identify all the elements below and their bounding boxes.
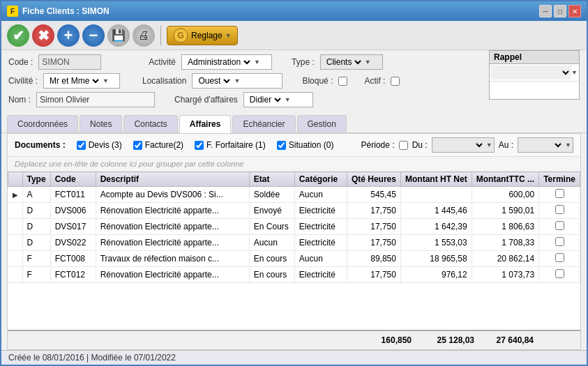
status-bar: Créée le 08/01/2016 | Modifiée le 07/01/… <box>1 350 587 365</box>
total-qte: 160,850 <box>367 333 416 347</box>
termine-checkbox[interactable] <box>555 189 564 198</box>
table-row[interactable]: F FCT012 Rénovation Electricité apparte.… <box>8 267 580 283</box>
row-arrow <box>8 203 23 219</box>
cell-termine[interactable] <box>539 187 580 203</box>
print-button[interactable]: 🖨 <box>133 24 155 47</box>
cell-termine[interactable] <box>539 219 580 235</box>
form-row-1: Code : Activité Administration ▼ Type : … <box>8 54 580 70</box>
group-hint: Déplacez une en-tête de colonne ici pour… <box>8 157 580 171</box>
code-input[interactable] <box>38 54 101 70</box>
tab-coordonnees[interactable]: Coordonnées <box>7 115 78 132</box>
col-qte[interactable]: Qté Heures <box>347 172 400 187</box>
table-container[interactable]: Type Code Descriptif Etat Catégorie Qté … <box>8 171 580 330</box>
civilite-select-wrapper[interactable]: Mr et Mme ▼ <box>43 73 120 89</box>
cell-etat: En cours <box>249 267 294 283</box>
tab-echeancier[interactable]: Echéancier <box>232 115 295 132</box>
localisation-select-wrapper[interactable]: Ouest ▼ <box>192 73 282 89</box>
cell-termine[interactable] <box>539 203 580 219</box>
cell-termine[interactable] <box>539 267 580 283</box>
remove-button[interactable]: − <box>82 24 105 47</box>
rappel-select[interactable] <box>491 66 571 79</box>
table-row[interactable]: ▶ A FCT011 Acompte au Devis DVS006 : Si.… <box>8 187 580 203</box>
col-ht-net[interactable]: Montant HT Net <box>400 172 472 187</box>
termine-checkbox[interactable] <box>555 237 564 246</box>
tab-contacts[interactable]: Contacts <box>123 115 177 132</box>
forfaitaire-checkbox[interactable] <box>195 141 204 150</box>
nom-input[interactable] <box>36 92 155 107</box>
svg-text:G: G <box>177 31 183 40</box>
activite-label: Activité <box>149 57 176 67</box>
window-title: Fiche Clients : SIMON <box>22 6 110 16</box>
du-select[interactable] <box>435 139 485 151</box>
cell-categorie: Aucun <box>294 187 347 203</box>
documents-label: Documents : <box>15 140 66 150</box>
reglage-button[interactable]: G Reglage ▼ <box>167 26 238 45</box>
col-type[interactable]: Type <box>22 172 50 187</box>
table-row[interactable]: F FCT008 Travaux de réfection maison c..… <box>8 251 580 267</box>
tab-gestion[interactable]: Gestion <box>297 115 347 132</box>
col-arrow <box>8 172 23 187</box>
table-row[interactable]: D DVS006 Rénovation Electricité apparte.… <box>8 203 580 219</box>
tab-notes[interactable]: Notes <box>80 115 122 132</box>
row-arrow <box>8 251 23 267</box>
cell-qte: 17,750 <box>347 267 400 283</box>
tab-affaires[interactable]: Affaires <box>179 115 232 133</box>
au-select[interactable] <box>521 139 564 151</box>
minimize-button[interactable]: ─ <box>539 5 552 17</box>
du-arrow-icon: ▼ <box>486 142 492 148</box>
add-button[interactable]: + <box>57 24 80 47</box>
row-arrow: ▶ <box>8 187 23 203</box>
localisation-select[interactable]: Ouest <box>195 75 232 86</box>
close-button[interactable]: ✕ <box>568 5 581 17</box>
type-select[interactable]: Clients <box>324 56 363 68</box>
devis-checkbox[interactable] <box>77 141 86 150</box>
charge-select[interactable]: Didier <box>247 94 283 105</box>
col-code[interactable]: Code <box>50 172 96 187</box>
termine-checkbox[interactable] <box>555 221 564 230</box>
col-etat[interactable]: Etat <box>249 172 294 187</box>
activite-select-wrapper[interactable]: Administration ▼ <box>181 54 272 70</box>
periode-checkbox[interactable] <box>399 141 408 150</box>
du-label: Du : <box>412 140 428 150</box>
cell-ht: 18 965,58 <box>400 251 472 267</box>
charge-label: Chargé d'affaires <box>174 95 238 105</box>
facture-checkbox[interactable] <box>133 141 142 150</box>
cell-categorie: Electricité <box>294 219 347 235</box>
col-termine[interactable]: Termine <box>539 172 580 187</box>
du-select-wrapper[interactable]: ▼ <box>432 137 495 153</box>
maximize-button[interactable]: □ <box>554 5 566 17</box>
actif-checkbox[interactable] <box>391 77 400 86</box>
cell-etat: Envoyé <box>249 203 294 219</box>
cell-termine[interactable] <box>539 235 580 251</box>
situation-checkbox[interactable] <box>277 141 286 150</box>
cancel-button[interactable]: ✖ <box>32 24 54 47</box>
cell-qte: 17,750 <box>347 203 400 219</box>
total-ttc: 27 640,84 <box>478 333 538 347</box>
cell-ttc: 1 073,73 <box>472 267 538 283</box>
facture-label: Facture(2) <box>145 140 183 150</box>
type-select-wrapper[interactable]: Clients ▼ <box>320 54 383 70</box>
rappel-input[interactable] <box>490 81 579 99</box>
table-row[interactable]: D DVS022 Rénovation Electricité apparte.… <box>8 235 580 251</box>
cell-type: D <box>22 235 50 251</box>
table-row[interactable]: D DVS017 Rénovation Electricité apparte.… <box>8 219 580 235</box>
bloque-checkbox[interactable] <box>338 77 347 86</box>
termine-checkbox[interactable] <box>555 205 564 214</box>
termine-checkbox[interactable] <box>555 253 564 262</box>
confirm-button[interactable]: ✔ <box>7 24 29 47</box>
activite-select[interactable]: Administration <box>185 56 252 68</box>
cell-termine[interactable] <box>539 251 580 267</box>
col-descriptif[interactable]: Descriptif <box>96 172 249 187</box>
save-button[interactable]: 💾 <box>107 24 130 47</box>
reglage-arrow-icon: ▼ <box>225 32 232 39</box>
civilite-select[interactable]: Mr et Mme <box>47 75 101 86</box>
charge-select-wrapper[interactable]: Didier ▼ <box>243 92 313 107</box>
col-ttc[interactable]: MontantTTC ... <box>472 172 538 187</box>
cell-ht: 1 642,39 <box>400 219 472 235</box>
col-categorie[interactable]: Catégorie <box>294 172 347 187</box>
reglage-label: Reglage <box>191 31 223 40</box>
au-select-wrapper[interactable]: ▼ <box>518 137 573 153</box>
cell-code: FCT012 <box>50 267 96 283</box>
termine-checkbox[interactable] <box>555 269 564 278</box>
actif-label: Actif : <box>364 76 385 86</box>
